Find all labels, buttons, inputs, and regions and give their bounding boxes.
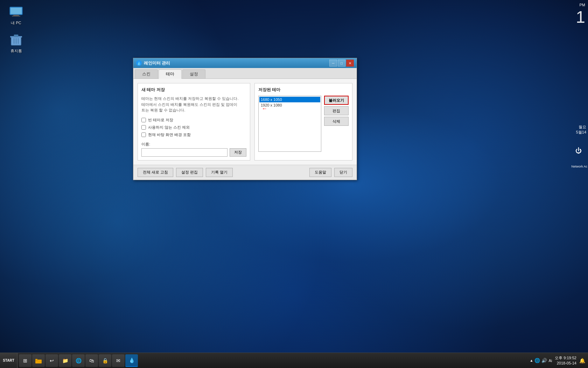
svg-rect-3: [12, 16, 20, 16]
tray-network[interactable]: 🌐: [534, 358, 540, 363]
tab-bar: 스킨 테마 설정: [133, 68, 357, 79]
dialog-title: 레인미터 관리: [144, 60, 327, 66]
my-pc-icon: [9, 5, 23, 19]
clock-time: 오후 9:19:52: [555, 355, 576, 360]
system-clock[interactable]: 오후 9:19:52 2018-05-14: [555, 355, 576, 366]
tray-icons: ▲ 🌐 🔊 Ai: [530, 358, 552, 363]
my-pc-label: 내 PC: [11, 20, 21, 26]
dialog-close-button[interactable]: 닫기: [334, 168, 352, 177]
dialog-titlebar: 💧 레인미터 관리 ─ □ ✕: [133, 58, 357, 68]
taskbar-folder[interactable]: 📁: [59, 354, 71, 367]
right-clock: PM 1: [576, 3, 585, 26]
rainmeter-dialog: 💧 레인미터 관리 ─ □ ✕ 스킨 테마 설정 새 테마 저장 테마는 현재 …: [133, 58, 357, 180]
delete-theme-button[interactable]: 삭제: [324, 117, 349, 126]
empty-theme-checkbox[interactable]: [141, 118, 146, 122]
empty-theme-label: 빈 테마로 저장: [148, 117, 173, 123]
dialog-footer: 전체 새로 고침 설정 편집 기록 열기 도움말 닫기: [133, 165, 357, 180]
theme-item-1680[interactable]: 588 x 368: [259, 97, 320, 102]
tab-theme[interactable]: 테마: [159, 69, 182, 79]
theme-item-1920[interactable]: 1920 x 1080: [259, 102, 320, 108]
tab-skin[interactable]: 스킨: [135, 69, 158, 79]
tray-keyboard[interactable]: Ai: [548, 359, 552, 363]
taskbar-task-view[interactable]: ⊞: [19, 354, 31, 367]
background-decoration: [0, 0, 588, 368]
dialog-title-buttons: ─ □ ✕: [329, 60, 354, 67]
taskbar-file-explorer[interactable]: [32, 354, 45, 367]
saved-theme-container: 588 x 368 1920 x 1080 불러오기 편집 삭제: [258, 96, 349, 155]
taskbar-lock[interactable]: 🔒: [99, 354, 111, 367]
desktop-icon-my-pc[interactable]: 내 PC: [4, 4, 29, 27]
start-button[interactable]: START: [0, 353, 18, 368]
theme-buttons-area: 불러오기 편집 삭제: [324, 96, 349, 155]
new-theme-desc: 테마는 현재 스킨의 배치를 저장하고 복원할 수 있습니다. 테마에서 스킨의…: [141, 96, 246, 113]
name-label: 이름:: [141, 142, 246, 147]
power-button[interactable]: ⏻: [575, 147, 582, 155]
recycle-bin-label: 휴지통: [10, 48, 22, 54]
taskbar: START ⊞ ↩ 📁 🌐 🛍 🔒 ✉ 💧 ▲ 🌐 🔊 Ai 오후 9:19:5…: [0, 353, 588, 368]
right-big-number: 1: [576, 9, 585, 26]
checkbox-exclude-unused[interactable]: 사용하지 않는 스킨 제외: [141, 125, 246, 130]
saved-theme-panel: 저장된 테마 588 x 368 1920 x 1080 불러오기 편집 삭…: [254, 83, 352, 161]
checkbox-empty-theme[interactable]: 빈 테마로 저장: [141, 117, 246, 123]
close-x-button[interactable]: ✕: [346, 60, 354, 67]
maximize-button[interactable]: □: [338, 60, 345, 67]
name-section: 이름: 저장: [141, 142, 246, 157]
start-label: START: [3, 359, 14, 362]
taskbar-store[interactable]: 🛍: [85, 354, 98, 367]
notification-bell[interactable]: 🔔: [579, 358, 585, 363]
edit-settings-button[interactable]: 설정 편집: [176, 168, 203, 177]
desktop-icon-recycle-bin[interactable]: 휴지통: [4, 32, 29, 55]
new-theme-title: 새 테마 저장: [141, 87, 246, 93]
tray-expand[interactable]: ▲: [530, 359, 533, 362]
svg-rect-1: [10, 8, 22, 14]
checkbox-include-wallpaper[interactable]: 현재 바탕 화면 배경 포함: [141, 132, 246, 137]
taskbar-mail[interactable]: ✉: [112, 354, 125, 367]
tray-volume[interactable]: 🔊: [541, 358, 547, 363]
load-theme-button[interactable]: 불러오기: [324, 96, 349, 105]
taskbar-buttons: ⊞ ↩ 📁 🌐 🛍 🔒 ✉ 💧: [18, 354, 527, 367]
help-button[interactable]: 도움말: [309, 168, 331, 177]
exclude-unused-checkbox[interactable]: [141, 125, 146, 130]
theme-list-box[interactable]: 588 x 368 1920 x 1080: [258, 96, 321, 152]
name-input-row: 저장: [141, 148, 246, 157]
right-pm-label: PM: [576, 3, 585, 7]
exclude-unused-label: 사용하지 않는 스킨 제외: [148, 125, 190, 130]
recycle-bin-icon: [9, 33, 23, 47]
system-tray: ▲ 🌐 🔊 Ai 오후 9:19:52 2018-05-14 🔔: [527, 355, 588, 366]
new-theme-panel: 새 테마 저장 테마는 현재 스킨의 배치를 저장하고 복원할 수 있습니다. …: [138, 83, 250, 161]
svg-rect-2: [13, 15, 19, 16]
right-date-label: 월요 5월14: [576, 124, 586, 135]
clock-date: 2018-05-14: [555, 361, 576, 366]
svg-rect-12: [35, 359, 37, 360]
taskbar-rainmeter[interactable]: 💧: [125, 354, 138, 367]
refresh-all-button[interactable]: 전체 새로 고침: [138, 168, 173, 177]
theme-list-area: 588 x 368 1920 x 1080: [258, 96, 321, 155]
saved-theme-title: 저장된 테마: [258, 87, 349, 93]
include-wallpaper-label: 현재 바탕 화면 배경 포함: [148, 132, 191, 137]
edit-theme-button[interactable]: 편집: [324, 106, 349, 115]
open-log-button[interactable]: 기록 열기: [206, 168, 233, 177]
minimize-button[interactable]: ─: [329, 60, 337, 67]
include-wallpaper-checkbox[interactable]: [141, 132, 146, 137]
taskbar-browser[interactable]: 🌐: [72, 354, 85, 367]
dialog-content: 새 테마 저장 테마는 현재 스킨의 배치를 저장하고 복원할 수 있습니다. …: [133, 79, 357, 165]
taskbar-back[interactable]: ↩: [46, 354, 58, 367]
tab-settings[interactable]: 설정: [182, 69, 205, 79]
svg-rect-6: [14, 35, 18, 36]
network-label: Network Ac: [571, 165, 587, 169]
desktop: 내 PC 휴지통 PM 1 월요 5월14 ⏻ Network Ac 💧: [0, 0, 588, 368]
theme-name-input[interactable]: [141, 148, 227, 157]
checkbox-group: 빈 테마로 저장 사용하지 않는 스킨 제외 현재 바탕 화면 배경 포함: [141, 117, 246, 137]
save-theme-button[interactable]: 저장: [230, 148, 246, 157]
dialog-title-icon: 💧: [136, 60, 142, 66]
